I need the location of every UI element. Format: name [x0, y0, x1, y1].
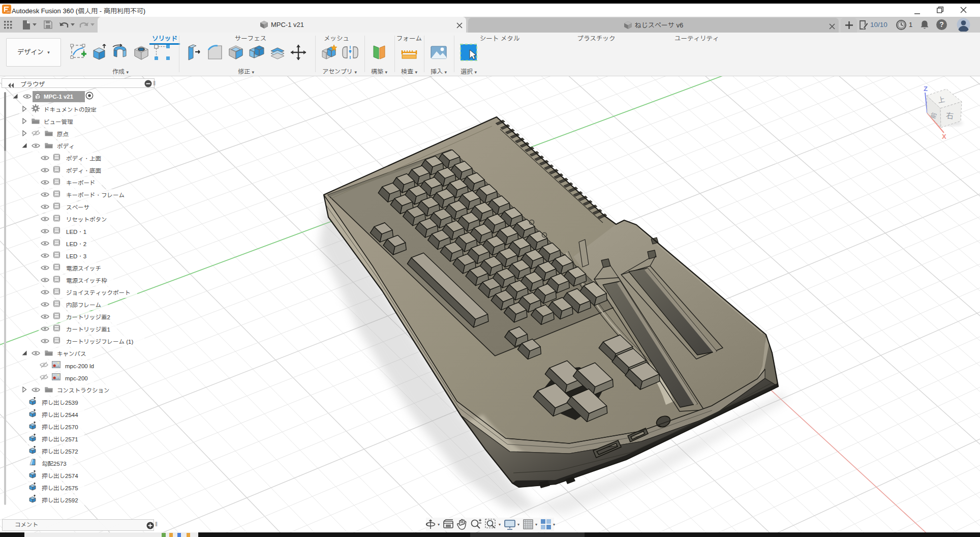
svg-text:360: 360: [7, 10, 11, 13]
svg-text:?: ?: [939, 20, 944, 28]
svg-text:Z: Z: [924, 85, 928, 93]
svg-text:X: X: [942, 133, 946, 140]
svg-text:右: 右: [945, 110, 954, 122]
